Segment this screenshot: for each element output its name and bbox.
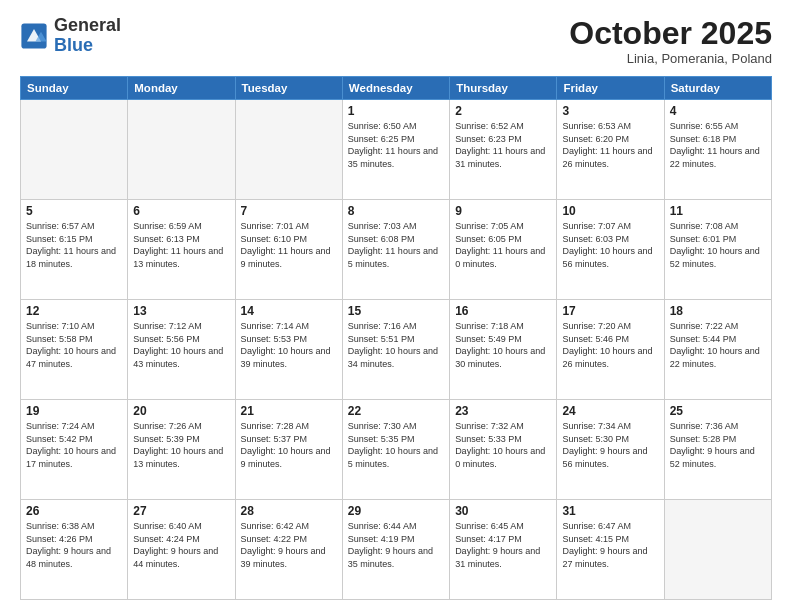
day-cell: 2Sunrise: 6:52 AMSunset: 6:23 PMDaylight… (450, 100, 557, 200)
logo-text: General Blue (54, 16, 121, 56)
day-number: 24 (562, 404, 658, 418)
week-row-1: 1Sunrise: 6:50 AMSunset: 6:25 PMDaylight… (21, 100, 772, 200)
day-number: 21 (241, 404, 337, 418)
day-number: 20 (133, 404, 229, 418)
col-header-friday: Friday (557, 77, 664, 100)
day-number: 8 (348, 204, 444, 218)
page: General Blue October 2025 Linia, Pomeran… (0, 0, 792, 612)
day-info: Sunrise: 7:24 AMSunset: 5:42 PMDaylight:… (26, 420, 122, 470)
day-number: 25 (670, 404, 766, 418)
day-cell: 1Sunrise: 6:50 AMSunset: 6:25 PMDaylight… (342, 100, 449, 200)
day-info: Sunrise: 7:10 AMSunset: 5:58 PMDaylight:… (26, 320, 122, 370)
day-cell (664, 500, 771, 600)
day-cell: 5Sunrise: 6:57 AMSunset: 6:15 PMDaylight… (21, 200, 128, 300)
day-cell: 19Sunrise: 7:24 AMSunset: 5:42 PMDayligh… (21, 400, 128, 500)
day-info: Sunrise: 7:14 AMSunset: 5:53 PMDaylight:… (241, 320, 337, 370)
logo-blue: Blue (54, 35, 93, 55)
logo-general: General (54, 15, 121, 35)
day-info: Sunrise: 7:34 AMSunset: 5:30 PMDaylight:… (562, 420, 658, 470)
day-cell: 30Sunrise: 6:45 AMSunset: 4:17 PMDayligh… (450, 500, 557, 600)
day-number: 6 (133, 204, 229, 218)
header-row: SundayMondayTuesdayWednesdayThursdayFrid… (21, 77, 772, 100)
subtitle: Linia, Pomerania, Poland (569, 51, 772, 66)
day-info: Sunrise: 7:07 AMSunset: 6:03 PMDaylight:… (562, 220, 658, 270)
col-header-saturday: Saturday (664, 77, 771, 100)
day-number: 11 (670, 204, 766, 218)
col-header-wednesday: Wednesday (342, 77, 449, 100)
day-info: Sunrise: 6:55 AMSunset: 6:18 PMDaylight:… (670, 120, 766, 170)
day-number: 17 (562, 304, 658, 318)
day-cell: 29Sunrise: 6:44 AMSunset: 4:19 PMDayligh… (342, 500, 449, 600)
day-number: 30 (455, 504, 551, 518)
day-info: Sunrise: 6:57 AMSunset: 6:15 PMDaylight:… (26, 220, 122, 270)
day-info: Sunrise: 7:30 AMSunset: 5:35 PMDaylight:… (348, 420, 444, 470)
day-number: 27 (133, 504, 229, 518)
day-number: 29 (348, 504, 444, 518)
week-row-4: 19Sunrise: 7:24 AMSunset: 5:42 PMDayligh… (21, 400, 772, 500)
day-info: Sunrise: 6:53 AMSunset: 6:20 PMDaylight:… (562, 120, 658, 170)
day-number: 28 (241, 504, 337, 518)
day-cell (128, 100, 235, 200)
day-cell: 22Sunrise: 7:30 AMSunset: 5:35 PMDayligh… (342, 400, 449, 500)
day-cell: 23Sunrise: 7:32 AMSunset: 5:33 PMDayligh… (450, 400, 557, 500)
col-header-sunday: Sunday (21, 77, 128, 100)
day-cell: 7Sunrise: 7:01 AMSunset: 6:10 PMDaylight… (235, 200, 342, 300)
col-header-monday: Monday (128, 77, 235, 100)
day-cell: 28Sunrise: 6:42 AMSunset: 4:22 PMDayligh… (235, 500, 342, 600)
day-info: Sunrise: 6:38 AMSunset: 4:26 PMDaylight:… (26, 520, 122, 570)
day-cell: 24Sunrise: 7:34 AMSunset: 5:30 PMDayligh… (557, 400, 664, 500)
day-number: 15 (348, 304, 444, 318)
day-cell: 14Sunrise: 7:14 AMSunset: 5:53 PMDayligh… (235, 300, 342, 400)
day-number: 5 (26, 204, 122, 218)
month-title: October 2025 (569, 16, 772, 51)
day-info: Sunrise: 6:59 AMSunset: 6:13 PMDaylight:… (133, 220, 229, 270)
day-cell (21, 100, 128, 200)
day-info: Sunrise: 6:42 AMSunset: 4:22 PMDaylight:… (241, 520, 337, 570)
day-cell: 6Sunrise: 6:59 AMSunset: 6:13 PMDaylight… (128, 200, 235, 300)
day-cell: 8Sunrise: 7:03 AMSunset: 6:08 PMDaylight… (342, 200, 449, 300)
day-cell: 21Sunrise: 7:28 AMSunset: 5:37 PMDayligh… (235, 400, 342, 500)
day-cell: 3Sunrise: 6:53 AMSunset: 6:20 PMDaylight… (557, 100, 664, 200)
day-cell: 25Sunrise: 7:36 AMSunset: 5:28 PMDayligh… (664, 400, 771, 500)
day-cell: 16Sunrise: 7:18 AMSunset: 5:49 PMDayligh… (450, 300, 557, 400)
week-row-2: 5Sunrise: 6:57 AMSunset: 6:15 PMDaylight… (21, 200, 772, 300)
col-header-thursday: Thursday (450, 77, 557, 100)
title-block: October 2025 Linia, Pomerania, Poland (569, 16, 772, 66)
day-cell (235, 100, 342, 200)
day-cell: 10Sunrise: 7:07 AMSunset: 6:03 PMDayligh… (557, 200, 664, 300)
day-info: Sunrise: 7:16 AMSunset: 5:51 PMDaylight:… (348, 320, 444, 370)
day-number: 26 (26, 504, 122, 518)
day-info: Sunrise: 7:05 AMSunset: 6:05 PMDaylight:… (455, 220, 551, 270)
week-row-5: 26Sunrise: 6:38 AMSunset: 4:26 PMDayligh… (21, 500, 772, 600)
day-info: Sunrise: 7:26 AMSunset: 5:39 PMDaylight:… (133, 420, 229, 470)
day-cell: 11Sunrise: 7:08 AMSunset: 6:01 PMDayligh… (664, 200, 771, 300)
day-number: 19 (26, 404, 122, 418)
day-cell: 26Sunrise: 6:38 AMSunset: 4:26 PMDayligh… (21, 500, 128, 600)
day-info: Sunrise: 7:12 AMSunset: 5:56 PMDaylight:… (133, 320, 229, 370)
day-number: 23 (455, 404, 551, 418)
day-info: Sunrise: 6:40 AMSunset: 4:24 PMDaylight:… (133, 520, 229, 570)
logo-icon (20, 22, 48, 50)
day-number: 1 (348, 104, 444, 118)
day-cell: 15Sunrise: 7:16 AMSunset: 5:51 PMDayligh… (342, 300, 449, 400)
day-cell: 12Sunrise: 7:10 AMSunset: 5:58 PMDayligh… (21, 300, 128, 400)
day-number: 12 (26, 304, 122, 318)
day-info: Sunrise: 6:52 AMSunset: 6:23 PMDaylight:… (455, 120, 551, 170)
day-info: Sunrise: 7:22 AMSunset: 5:44 PMDaylight:… (670, 320, 766, 370)
day-info: Sunrise: 7:32 AMSunset: 5:33 PMDaylight:… (455, 420, 551, 470)
day-info: Sunrise: 6:45 AMSunset: 4:17 PMDaylight:… (455, 520, 551, 570)
col-header-tuesday: Tuesday (235, 77, 342, 100)
day-number: 18 (670, 304, 766, 318)
day-info: Sunrise: 7:03 AMSunset: 6:08 PMDaylight:… (348, 220, 444, 270)
day-number: 16 (455, 304, 551, 318)
day-info: Sunrise: 7:36 AMSunset: 5:28 PMDaylight:… (670, 420, 766, 470)
day-number: 9 (455, 204, 551, 218)
day-number: 13 (133, 304, 229, 318)
week-row-3: 12Sunrise: 7:10 AMSunset: 5:58 PMDayligh… (21, 300, 772, 400)
day-info: Sunrise: 7:08 AMSunset: 6:01 PMDaylight:… (670, 220, 766, 270)
day-cell: 13Sunrise: 7:12 AMSunset: 5:56 PMDayligh… (128, 300, 235, 400)
day-info: Sunrise: 6:50 AMSunset: 6:25 PMDaylight:… (348, 120, 444, 170)
day-info: Sunrise: 7:18 AMSunset: 5:49 PMDaylight:… (455, 320, 551, 370)
header: General Blue October 2025 Linia, Pomeran… (20, 16, 772, 66)
day-number: 31 (562, 504, 658, 518)
